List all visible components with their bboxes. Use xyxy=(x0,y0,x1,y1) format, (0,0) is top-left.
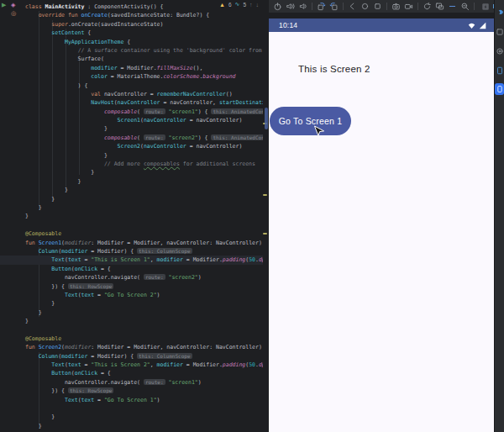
inspection-widget[interactable]: ▲6 ∿5 ↑ ↓ xyxy=(218,1,260,8)
code-line[interactable]: override fun onCreate(savedInstanceState… xyxy=(0,11,263,19)
code-line[interactable]: }) { this: RowScope xyxy=(0,387,263,395)
volume-up-icon[interactable] xyxy=(285,1,296,12)
code-line[interactable]: MyApplicationTheme { xyxy=(0,38,263,46)
code-line[interactable]: Text(text = "This is Screen 2", modifier… xyxy=(0,361,263,369)
code-segment: "This is Screen 2" xyxy=(91,361,150,368)
code-line[interactable]: }) { this: RowScope xyxy=(0,282,263,291)
code-line[interactable]: composable( route: "screen1") { this: An… xyxy=(0,108,263,116)
code-segment: = Modifier. xyxy=(183,361,223,368)
insights-icon[interactable] xyxy=(495,45,504,58)
code-line[interactable] xyxy=(0,404,263,413)
running-devices-panel: Live Edit disabled 10:14 This is Screen … xyxy=(269,0,494,432)
zoom-out-icon[interactable] xyxy=(459,1,470,12)
code-segment: setContent xyxy=(51,29,84,36)
code-line[interactable]: } xyxy=(0,168,263,176)
class-gutter-icon[interactable]: ◈ xyxy=(11,2,15,8)
code-line[interactable] xyxy=(0,325,263,334)
code-line[interactable] xyxy=(0,221,263,229)
code-segment: composable xyxy=(104,134,137,141)
code-line[interactable]: // Add more composables for additional s… xyxy=(0,160,263,168)
back-icon[interactable] xyxy=(347,1,358,12)
code-line[interactable]: Surface( xyxy=(0,55,263,63)
scrollbar-thumb[interactable] xyxy=(265,108,268,129)
code-line[interactable]: val navController = rememberNavControlle… xyxy=(0,90,263,98)
code-line[interactable]: @Composable xyxy=(0,229,263,238)
prev-issue-icon[interactable]: ↑ xyxy=(249,2,253,8)
code-segment: padding xyxy=(223,256,245,263)
overview-icon[interactable] xyxy=(372,1,383,12)
code-line[interactable]: } xyxy=(0,203,263,212)
code-line[interactable]: setContent { xyxy=(0,29,263,37)
code-line[interactable]: Column(modifier = Modifier) { this: Colu… xyxy=(0,352,263,361)
override-gutter-icon[interactable]: ◎ xyxy=(11,10,16,17)
code-line[interactable]: Column(modifier = Modifier) { this: Colu… xyxy=(0,247,263,256)
inlay-hint: route: xyxy=(144,134,165,140)
home-icon[interactable] xyxy=(360,1,370,12)
code-line[interactable]: NavHost(navController = navController, s… xyxy=(0,98,263,107)
screenshot-icon[interactable] xyxy=(391,1,402,12)
warning-stripe-mark[interactable] xyxy=(263,233,267,234)
gradle-icon[interactable] xyxy=(495,6,504,19)
code-line[interactable]: super.onCreate(savedInstanceState) xyxy=(0,20,263,29)
code-line[interactable]: fun Screen1(modifier: Modifier = Modifie… xyxy=(0,239,263,247)
code-editor[interactable]: class MainActivity : ComponentActivity()… xyxy=(0,0,269,432)
next-issue-icon[interactable]: ↓ xyxy=(256,2,260,8)
code-segment: Text xyxy=(65,397,78,403)
code-segment: onCreate xyxy=(81,12,108,18)
code-line[interactable]: navController.navigate( route: "screen2"… xyxy=(0,273,263,282)
code-line[interactable]: } xyxy=(0,177,263,186)
warning-stripe-mark[interactable] xyxy=(263,194,267,196)
code-line[interactable]: color = MaterialTheme.colorScheme.backgr… xyxy=(0,72,263,81)
code-line[interactable]: Text(text = "Go To Screen 1") xyxy=(0,396,263,404)
code-line[interactable]: Button(onClick = { xyxy=(0,265,263,273)
code-line[interactable]: } xyxy=(0,124,263,133)
device-screen[interactable]: 10:14 This is Screen 2 Go To Screen 1 xyxy=(269,18,494,432)
code-line[interactable]: Text(text = "Go To Screen 2") xyxy=(0,291,263,299)
code-line[interactable]: modifier = Modifier.fillMaxSize(), xyxy=(0,64,263,72)
code-line[interactable]: // A surface container using the 'backgr… xyxy=(0,46,263,55)
code-segment: Column xyxy=(39,248,58,255)
code-line[interactable]: Text(text = "This is Screen 1", modifier… xyxy=(0,256,263,264)
code-line[interactable]: @Composable xyxy=(0,335,263,343)
code-line[interactable]: } xyxy=(0,195,263,203)
code-line[interactable]: Screen2(navController = navController) xyxy=(0,142,263,150)
code-line[interactable]: composable( route: "screen2") { this: An… xyxy=(0,134,263,142)
dash-icon[interactable] xyxy=(447,1,458,12)
go-to-screen-1-button[interactable]: Go To Screen 1 xyxy=(270,107,351,135)
code-line[interactable]: } xyxy=(0,308,263,317)
code-line[interactable]: ) { xyxy=(0,82,263,90)
code-line[interactable]: navController.navigate( route: "screen1"… xyxy=(0,378,263,387)
power-icon[interactable] xyxy=(272,1,283,12)
code-line[interactable]: fun Screen2(modifier: Modifier = Modifie… xyxy=(0,343,263,351)
code-segment: : ComponentActivity() { xyxy=(84,3,163,10)
code-line[interactable]: } xyxy=(0,151,263,160)
code-line[interactable]: Button(onClick = { xyxy=(0,369,263,377)
code-line[interactable]: } xyxy=(0,186,263,194)
code-segment: @Composable xyxy=(25,335,61,342)
phone-blue-icon[interactable] xyxy=(495,64,504,77)
code-line[interactable]: } xyxy=(0,422,263,430)
code-segment: = Modifier. xyxy=(183,256,223,263)
code-line[interactable]: } xyxy=(0,299,263,308)
volume-down-icon[interactable] xyxy=(297,1,308,12)
device-box-icon[interactable] xyxy=(495,25,504,39)
code-line[interactable]: } xyxy=(0,413,263,421)
code-segment: modifier xyxy=(91,65,117,71)
displays-icon[interactable] xyxy=(434,1,445,12)
code-segment: = xyxy=(81,256,92,263)
code-line[interactable]: Screen1(navController = navController) xyxy=(0,116,263,124)
live-edit-icon xyxy=(480,1,491,12)
code-segment: MainActivity xyxy=(45,3,84,10)
rotate-right-icon[interactable] xyxy=(328,1,339,12)
running-devices-icon[interactable] xyxy=(495,83,504,95)
reset-icon[interactable] xyxy=(422,1,433,12)
code-segment: = xyxy=(94,397,104,403)
code-line[interactable]: } xyxy=(0,317,263,325)
screen-record-icon[interactable] xyxy=(403,1,414,12)
rotate-left-icon[interactable] xyxy=(316,1,327,12)
wifi-icon xyxy=(467,21,476,30)
code-line[interactable]: } xyxy=(0,212,263,220)
code-segment: ) { xyxy=(25,82,87,89)
run-gutter-icon[interactable]: ▶ xyxy=(2,2,6,8)
code-segment: } xyxy=(25,300,55,307)
